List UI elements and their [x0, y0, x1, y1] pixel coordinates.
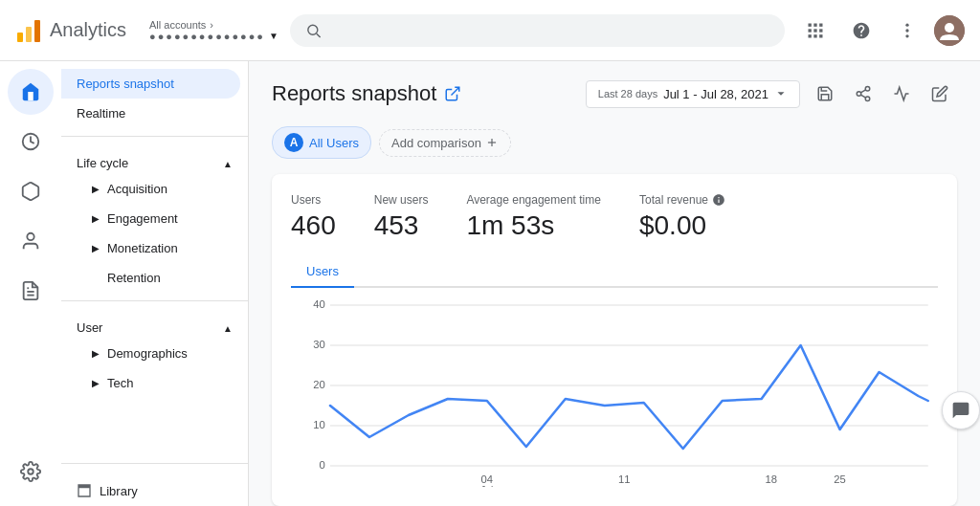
- segment-letter: A: [284, 133, 303, 152]
- avatar[interactable]: [934, 15, 965, 46]
- sidebar-item-tech[interactable]: ▶ Tech: [61, 368, 240, 398]
- tab-users[interactable]: Users: [291, 256, 354, 288]
- library-icon: [77, 483, 92, 498]
- search-input[interactable]: [329, 23, 769, 38]
- chart-tabs: Users: [291, 256, 938, 288]
- svg-rect-12: [813, 34, 816, 37]
- search-bar[interactable]: [290, 14, 785, 47]
- all-accounts-label: All accounts ›: [149, 19, 278, 31]
- date-range-value: Jul 1 - Jul 28, 2021: [663, 87, 768, 101]
- logo-text: Analytics: [50, 19, 126, 41]
- account-name: ●●●●●●●●●●●●●● ▼: [149, 31, 278, 42]
- avatar-icon: [934, 15, 965, 46]
- apps-button[interactable]: [796, 11, 835, 50]
- metrics-row: Users 460 New users 453 Average engageme…: [291, 193, 938, 241]
- svg-point-3: [308, 25, 318, 34]
- svg-point-14: [905, 23, 908, 26]
- svg-text:10: 10: [313, 419, 325, 430]
- sidebar-section-lifecycle[interactable]: Life cycle: [61, 144, 248, 174]
- svg-line-28: [860, 95, 865, 98]
- svg-point-15: [905, 29, 908, 32]
- date-range-selector[interactable]: Last 28 days Jul 1 - Jul 28, 2021: [586, 80, 800, 108]
- svg-point-20: [27, 233, 33, 240]
- svg-rect-2: [34, 20, 40, 42]
- svg-point-25: [865, 87, 870, 92]
- sidebar-item-acquisition[interactable]: ▶ Acquisition: [61, 174, 240, 204]
- content-header: Reports snapshot Last 28 days Jul 1 - Ju…: [272, 77, 957, 111]
- rail-settings-icon[interactable]: [8, 449, 54, 495]
- svg-rect-5: [809, 23, 812, 26]
- sidebar-item-label: Retention: [92, 271, 161, 285]
- lifecycle-chevron: [223, 156, 233, 170]
- save-report-button[interactable]: [808, 77, 842, 111]
- line-chart-svg: 40 30 20 10 0 04 Jul 11 18 25: [291, 296, 938, 487]
- sidebar-section-user[interactable]: User: [61, 309, 248, 339]
- sidebar-item-label: Reports snapshot: [77, 77, 174, 91]
- svg-point-16: [905, 34, 908, 37]
- svg-rect-10: [819, 29, 822, 32]
- search-icon: [305, 22, 322, 39]
- more-icon: [898, 21, 917, 40]
- edit-button[interactable]: [923, 77, 957, 111]
- help-icon: [852, 21, 871, 40]
- svg-text:18: 18: [766, 473, 778, 485]
- sidebar-item-label: Tech: [107, 376, 133, 390]
- svg-point-23: [28, 469, 33, 474]
- sidebar-item-engagement[interactable]: ▶ Engagement: [61, 204, 240, 233]
- date-last-label: Last 28 days: [598, 88, 657, 99]
- svg-text:04: 04: [481, 473, 494, 485]
- apps-icon: [806, 21, 825, 40]
- add-comparison-button[interactable]: Add comparison: [379, 129, 511, 157]
- comparison-bar: A All Users Add comparison: [272, 126, 957, 159]
- topbar: Analytics All accounts › ●●●●●●●●●●●●●● …: [0, 0, 980, 61]
- sidebar-item-label: Realtime: [77, 106, 125, 121]
- sidebar-library[interactable]: Library: [61, 472, 248, 506]
- header-actions: [808, 77, 957, 111]
- metric-users: Users 460: [291, 193, 336, 241]
- rail-lifecycle-icon[interactable]: [8, 168, 54, 214]
- sidebar-item-retention[interactable]: Retention: [61, 263, 240, 293]
- sidebar-item-demographics[interactable]: ▶ Demographics: [61, 339, 240, 368]
- add-comparison-label: Add comparison: [391, 136, 481, 150]
- sidebar-item-reports-snapshot[interactable]: Reports snapshot: [61, 69, 240, 99]
- page-title: Reports snapshot: [272, 81, 436, 106]
- expand-icon: ▶: [92, 213, 100, 224]
- sidebar-item-monetization[interactable]: ▶ Monetization: [61, 233, 240, 263]
- svg-rect-1: [26, 27, 32, 42]
- rail-reports-icon[interactable]: [8, 268, 54, 314]
- rail-user-icon[interactable]: [8, 218, 54, 264]
- header-right: Last 28 days Jul 1 - Jul 28, 2021: [586, 77, 957, 111]
- revenue-info-icon: [712, 193, 725, 207]
- insights-button[interactable]: [884, 77, 919, 111]
- icon-rail: [0, 61, 61, 506]
- metric-new-users: New users 453: [374, 193, 429, 241]
- help-button[interactable]: [842, 11, 880, 50]
- more-button[interactable]: [888, 11, 926, 50]
- chevron-down-icon: [774, 87, 788, 100]
- expand-icon: ▶: [92, 243, 100, 253]
- all-users-segment[interactable]: A All Users: [272, 126, 371, 159]
- external-link-icon[interactable]: [444, 85, 461, 102]
- sidebar-item-label: Acquisition: [107, 182, 167, 196]
- svg-text:25: 25: [834, 473, 846, 485]
- account-selector[interactable]: All accounts › ●●●●●●●●●●●●●● ▼: [149, 19, 278, 42]
- engagement-value: 1m 53s: [466, 210, 601, 241]
- new-users-value: 453: [374, 210, 429, 241]
- users-label: Users: [291, 193, 336, 207]
- revenue-label: Total revenue: [639, 193, 725, 207]
- svg-rect-7: [819, 23, 822, 26]
- segment-label: All Users: [309, 136, 359, 150]
- analytics-logo-icon: [15, 17, 42, 44]
- svg-rect-6: [813, 23, 816, 26]
- content-title: Reports snapshot: [272, 81, 461, 106]
- plus-icon: [485, 136, 499, 149]
- main-layout: Reports snapshot Realtime Life cycle ▶ A…: [0, 61, 980, 506]
- sidebar-item-realtime[interactable]: Realtime: [61, 99, 240, 128]
- sidebar-divider-2: [61, 300, 248, 301]
- feedback-button[interactable]: [942, 391, 980, 429]
- rail-realtime-icon[interactable]: [8, 119, 54, 165]
- share-button[interactable]: [846, 77, 880, 111]
- rail-home-icon[interactable]: [8, 69, 54, 115]
- sidebar-item-label: Engagement: [107, 211, 178, 226]
- topbar-right: [796, 11, 965, 50]
